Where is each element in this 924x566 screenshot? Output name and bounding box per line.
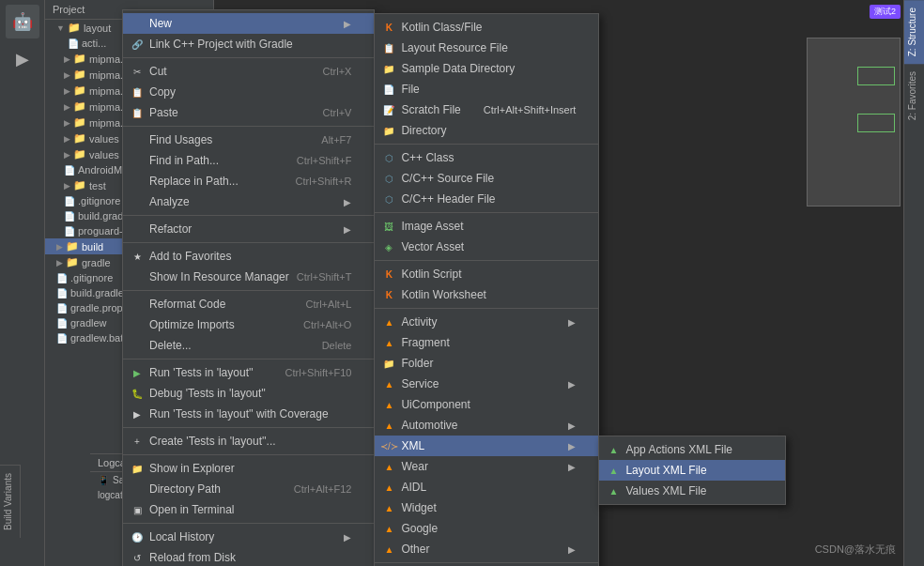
preview-badge: 测试2: [870, 5, 901, 19]
menu-item-label: Cut: [149, 65, 167, 78]
menu-item-reload-disk[interactable]: ↺ Reload from Disk: [123, 547, 374, 566]
menu-item-xml[interactable]: ≺/≻ XML ▶ ▲ App Actions XML File: [375, 436, 598, 456]
menu-item-wear[interactable]: ▲ Wear ▶: [375, 456, 598, 477]
expand-arrow: ▶: [64, 134, 70, 144]
sidebar-run-icon[interactable]: ▶: [6, 42, 39, 76]
menu-item-label: Widget: [401, 501, 436, 514]
menu-item-fragment[interactable]: ▲ Fragment: [375, 332, 598, 353]
menu-item-uicomponent[interactable]: ▲ UiComponent: [375, 394, 598, 415]
file-icon: 📄: [64, 211, 75, 222]
menu-item-delete[interactable]: Delete... Delete: [123, 335, 374, 356]
menu-item-vector-asset[interactable]: ◈ Vector Asset: [375, 237, 598, 257]
build-variants-tab[interactable]: Build Variants: [0, 465, 21, 538]
menu-item-label: Optimize Imports: [149, 318, 235, 331]
google-icon: ▲: [382, 522, 395, 535]
menu-item-label: Copy: [149, 85, 176, 99]
menu-item-cpp-source[interactable]: ⬡ C/C++ Source File: [375, 168, 598, 189]
preview-widget-2: [857, 114, 895, 132]
menu-item-reformat[interactable]: Reformat Code Ctrl+Alt+L: [123, 294, 374, 314]
folder-icon: 📁: [73, 69, 86, 81]
menu-item-debug-tests[interactable]: 🐛 Debug 'Tests in 'layout'': [123, 383, 374, 404]
menu-item-label: Run 'Tests in 'layout'': [149, 366, 254, 379]
menu-item-label: C/C++ Header File: [401, 192, 495, 206]
menu-item-folder[interactable]: 📁 Folder: [375, 353, 598, 374]
tree-header-label: Project: [53, 4, 85, 15]
menu-item-scratch-file[interactable]: 📝 Scratch File Ctrl+Alt+Shift+Insert: [375, 99, 598, 120]
replace-icon: [131, 175, 144, 188]
menu-item-replace-in-path[interactable]: Replace in Path... Ctrl+Shift+R: [123, 171, 374, 191]
menu-item-local-history[interactable]: 🕑 Local History ▶: [123, 527, 374, 547]
menu-item-run-coverage[interactable]: ▶ Run 'Tests in 'layout'' with Coverage: [123, 404, 374, 424]
menu-item-automotive[interactable]: ▲ Automotive ▶: [375, 415, 598, 436]
menu-item-image-asset[interactable]: 🖼 Image Asset: [375, 216, 598, 237]
separator: [123, 427, 374, 428]
menu-item-paste[interactable]: 📋 Paste Ctrl+V: [123, 102, 374, 123]
menu-item-find-usages[interactable]: Find Usages Alt+F7: [123, 130, 374, 150]
separator: [123, 359, 374, 359]
structure-tab[interactable]: Z: Structure: [904, 0, 924, 64]
menu-item-cpp-header[interactable]: ⬡ C/C++ Header File: [375, 189, 598, 209]
directory-icon: 📁: [382, 124, 395, 137]
menu-item-link-cpp[interactable]: 🔗 Link C++ Project with Gradle: [123, 34, 374, 54]
tree-item-label: .gitignore: [78, 195, 120, 207]
menu-item-copy[interactable]: 📋 Copy: [123, 82, 374, 102]
separator: [375, 562, 598, 563]
menu-item-cpp-class[interactable]: ⬡ C++ Class: [375, 147, 598, 168]
menu-item-widget[interactable]: ▲ Widget: [375, 497, 598, 518]
menu-item-label: Service: [401, 377, 439, 390]
menu-item-kotlin-worksheet[interactable]: K Kotlin Worksheet: [375, 284, 598, 305]
folder-icon: 📁: [73, 100, 86, 113]
layout-xml-icon: ▲: [607, 464, 620, 477]
menu-item-google[interactable]: ▲ Google: [375, 518, 598, 539]
menu-item-refactor[interactable]: Refactor ▶: [123, 219, 374, 239]
tree-item-label: values: [89, 149, 119, 161]
menu-item-add-favorites[interactable]: ★ Add to Favorites: [123, 246, 374, 267]
menu-item-activity[interactable]: ▲ Activity ▶: [375, 312, 598, 332]
menu-item-label: Show In Resource Manager: [149, 270, 289, 283]
paste-shortcut: Ctrl+V: [323, 107, 352, 118]
tree-item-label: gradle: [82, 257, 111, 268]
layout-icon: 📋: [382, 41, 395, 54]
reload-icon: ↺: [131, 551, 144, 564]
favorites-tab[interactable]: 2: Favorites: [904, 64, 924, 128]
menu-item-show-explorer[interactable]: 📁 Show in Explorer: [123, 458, 374, 479]
menu-item-label: Kotlin Worksheet: [401, 288, 486, 301]
kotlin-icon: K: [382, 21, 395, 34]
activity-icon: ▲: [382, 315, 395, 329]
menu-item-service[interactable]: ▲ Service ▶: [375, 374, 598, 394]
menu-item-optimize-imports[interactable]: Optimize Imports Ctrl+Alt+O: [123, 314, 374, 335]
menu-item-sample-data[interactable]: 📁 Sample Data Directory: [375, 58, 598, 79]
kotlin-script-icon: K: [382, 268, 395, 281]
menu-item-label: Directory Path: [149, 482, 221, 496]
menu-item-new[interactable]: New ▶ K Kotlin Class/File 📋 Layout Resou…: [123, 13, 374, 34]
menu-item-file[interactable]: 📄 File: [375, 79, 598, 99]
menu-item-directory-path[interactable]: Directory Path Ctrl+Alt+F12: [123, 479, 374, 499]
menu-item-values-xml[interactable]: ▲ Values XML File: [599, 481, 785, 501]
menu-item-directory[interactable]: 📁 Directory: [375, 120, 598, 141]
menu-item-kotlin-script[interactable]: K Kotlin Script: [375, 264, 598, 284]
menu-item-create-tests[interactable]: + Create 'Tests in 'layout''...: [123, 431, 374, 451]
menu-item-cut[interactable]: ✂ Cut Ctrl+X: [123, 61, 374, 82]
sidebar-android-icon[interactable]: 🤖: [6, 5, 39, 38]
logcat-item-label: logcat: [98, 490, 123, 500]
menu-item-run-tests[interactable]: ▶ Run 'Tests in 'layout'' Ctrl+Shift+F10: [123, 362, 374, 383]
menu-item-show-resource-manager[interactable]: Show In Resource Manager Ctrl+Shift+T: [123, 267, 374, 287]
menu-item-layout-xml[interactable]: ▲ Layout XML File: [599, 460, 785, 481]
preview-widget-1: [857, 67, 895, 85]
build-variants-label[interactable]: Build Variants: [0, 466, 16, 538]
menu-item-label: Layout XML File: [625, 464, 706, 477]
menu-item-analyze[interactable]: Analyze ▶: [123, 191, 374, 212]
menu-item-aidl[interactable]: ▲ AIDL: [375, 477, 598, 497]
vertical-tabs-panel: Z: Structure 2: Favorites: [903, 0, 924, 566]
menu-item-kotlin-class[interactable]: K Kotlin Class/File: [375, 17, 598, 38]
device-icon: 📱: [98, 475, 109, 485]
folder-icon: 📁: [73, 84, 86, 97]
menu-item-app-actions-xml[interactable]: ▲ App Actions XML File: [599, 439, 785, 460]
app-actions-icon: ▲: [607, 443, 620, 456]
menu-item-other[interactable]: ▲ Other ▶: [375, 539, 598, 559]
menu-item-layout-resource[interactable]: 📋 Layout Resource File: [375, 38, 598, 58]
tree-item-label: .gitignore: [70, 272, 113, 283]
menu-item-open-terminal[interactable]: ▣ Open in Terminal: [123, 499, 374, 520]
menu-item-find-in-path[interactable]: Find in Path... Ctrl+Shift+F: [123, 150, 374, 171]
analyze-icon: [131, 195, 144, 208]
